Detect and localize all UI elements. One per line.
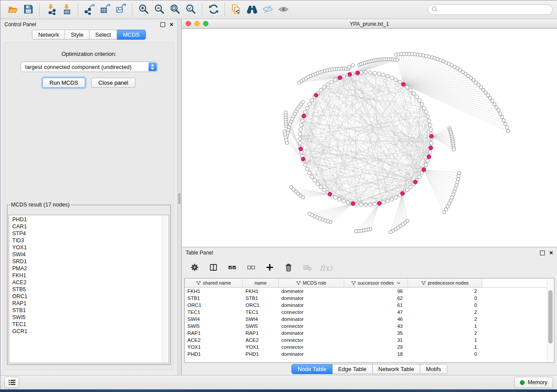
memory-button[interactable]: Memory: [514, 377, 553, 388]
save-session-button[interactable]: [21, 3, 36, 17]
mcds-result-item[interactable]: SWI5: [9, 314, 169, 321]
table-row[interactable]: FKH1FKH1dominator962: [185, 288, 554, 295]
hide-selected-eye-button[interactable]: [260, 3, 276, 17]
mcds-node[interactable]: [377, 201, 381, 205]
tab-select[interactable]: Select: [90, 30, 117, 40]
mcds-result-item[interactable]: ACE2: [9, 279, 169, 286]
network-canvas[interactable]: [182, 29, 557, 247]
panel-splitter[interactable]: [177, 19, 181, 375]
close-panel-icon[interactable]: ×: [170, 22, 173, 27]
share-document-button[interactable]: [228, 3, 244, 17]
mcds-node[interactable]: [302, 114, 306, 118]
column-header-name[interactable]: name: [243, 279, 279, 287]
tab-style[interactable]: Style: [65, 30, 90, 40]
export-network-button[interactable]: [82, 3, 97, 17]
table-row[interactable]: SWI4SWI4dominator462: [185, 316, 554, 323]
table-row[interactable]: ACE2ACE2connector311: [185, 337, 554, 344]
mcds-node[interactable]: [328, 192, 332, 196]
mcds-result-item[interactable]: SWI4: [9, 251, 169, 258]
splitter-grip[interactable]: [178, 193, 180, 204]
mcds-node[interactable]: [348, 72, 352, 76]
destroy-table-button[interactable]: [302, 263, 312, 273]
deselect-all-button[interactable]: [246, 263, 256, 273]
table-scrollbar[interactable]: [547, 279, 554, 362]
trash-button[interactable]: [284, 263, 293, 273]
zoom-selected-button[interactable]: [183, 3, 199, 17]
columns-button[interactable]: [208, 263, 218, 273]
column-header-predecessor-nodes[interactable]: predecessor nodes: [408, 279, 482, 287]
select-all-button[interactable]: [227, 263, 237, 273]
close-table-panel-icon[interactable]: ×: [549, 251, 553, 255]
mcds-result-item[interactable]: RAP1: [9, 300, 169, 307]
mcds-node[interactable]: [338, 76, 342, 79]
float-panel-icon[interactable]: [160, 22, 165, 27]
import-table-button[interactable]: [59, 3, 75, 17]
function-button[interactable]: f(x): [321, 263, 331, 273]
mcds-result-item[interactable]: YOX1: [9, 244, 169, 251]
tab-network-table[interactable]: Network Table: [373, 364, 420, 374]
window-minimize-icon[interactable]: [194, 21, 200, 26]
zoom-fit-button[interactable]: [167, 3, 183, 17]
window-close-icon[interactable]: [186, 21, 191, 26]
mcds-result-item[interactable]: SRD1: [9, 258, 169, 265]
zoom-in-button[interactable]: [136, 3, 152, 17]
mcds-node[interactable]: [301, 157, 305, 161]
table-scrollbar-thumb[interactable]: [548, 290, 553, 344]
refresh-button[interactable]: [206, 3, 221, 17]
table-row[interactable]: YOX1YOX1connector291: [185, 344, 554, 351]
mcds-result-item[interactable]: STP4: [9, 230, 169, 237]
mcds-node[interactable]: [427, 155, 431, 159]
mcds-node[interactable]: [299, 147, 303, 151]
mcds-node[interactable]: [413, 180, 417, 184]
table-row[interactable]: SWI5SWI5connector431: [185, 323, 554, 330]
table-row[interactable]: STB1STB1dominator620: [185, 295, 554, 302]
mcds-result-item[interactable]: FKH1: [9, 272, 169, 279]
search-input[interactable]: [428, 4, 553, 15]
mcds-result-item[interactable]: PMA2: [9, 265, 169, 272]
tab-node-table[interactable]: Node Table: [291, 364, 332, 374]
mcds-node[interactable]: [422, 168, 426, 172]
add-button[interactable]: [265, 263, 274, 273]
show-all-eye-button[interactable]: [276, 3, 291, 17]
tab-mcds[interactable]: MCDS: [117, 30, 145, 40]
column-header-shared-name[interactable]: shared name: [185, 279, 243, 287]
table-row[interactable]: RAP1RAP1dominator352: [185, 330, 554, 337]
import-network-button[interactable]: [43, 3, 59, 17]
open-folder-button[interactable]: [5, 3, 21, 17]
zoom-out-button[interactable]: [152, 3, 167, 17]
mcds-result-item[interactable]: CAR1: [9, 223, 169, 230]
mcds-node[interactable]: [401, 192, 405, 196]
mcds-node[interactable]: [356, 71, 360, 75]
gear-button[interactable]: [190, 263, 199, 273]
table-row[interactable]: TEC1TEC1connector472: [185, 309, 554, 316]
close-panel-button[interactable]: Close panel: [91, 78, 135, 88]
mcds-result-item[interactable]: STB5: [9, 286, 169, 293]
float-table-panel-icon[interactable]: [540, 251, 545, 255]
result-list-scrollbar[interactable]: [162, 216, 168, 362]
optimization-select[interactable]: largest connected component (undirected): [21, 62, 158, 72]
column-header-successor-nodes[interactable]: successor nodes: [344, 279, 408, 287]
mcds-result-item[interactable]: STB1: [9, 307, 169, 314]
mcds-node[interactable]: [429, 146, 433, 150]
table-row[interactable]: PHD1PHD1dominator180: [185, 351, 554, 358]
mcds-node[interactable]: [314, 93, 318, 97]
task-history-button[interactable]: [4, 377, 19, 388]
window-zoom-icon[interactable]: [203, 21, 208, 26]
mcds-result-item[interactable]: PHD1: [9, 216, 169, 223]
tab-network[interactable]: Network: [32, 30, 65, 40]
run-mcds-button[interactable]: Run MCDS: [42, 78, 85, 88]
table-row[interactable]: ORC1ORC1dominator610: [185, 302, 554, 309]
tab-edge-table[interactable]: Edge Table: [332, 364, 373, 374]
tab-motifs[interactable]: Motifs: [420, 364, 447, 374]
mcds-result-item[interactable]: TID3: [9, 237, 169, 244]
mcds-node[interactable]: [401, 83, 405, 86]
binoculars-button[interactable]: [244, 3, 260, 17]
column-header-MCDS-role[interactable]: MCDS role: [279, 279, 344, 287]
mcds-node[interactable]: [429, 134, 433, 138]
mcds-result-item[interactable]: ORC1: [9, 293, 169, 300]
mcds-result-item[interactable]: TEC1: [9, 321, 169, 328]
mcds-node[interactable]: [351, 202, 355, 206]
mcds-result-item[interactable]: GCR1: [9, 328, 169, 335]
export-image-button[interactable]: [113, 3, 129, 17]
export-table-button[interactable]: [97, 3, 113, 17]
